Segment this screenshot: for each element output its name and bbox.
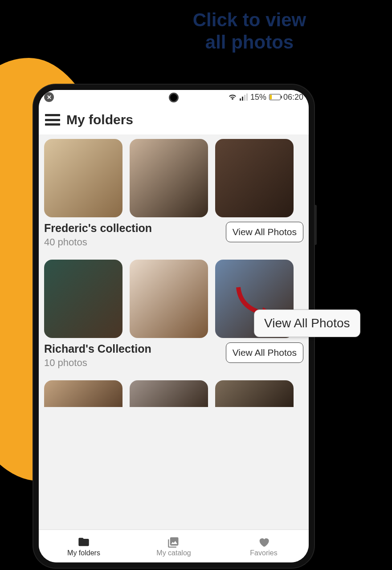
photo-thumbnail[interactable]: [44, 380, 122, 407]
heart-icon: [257, 536, 270, 548]
promo-heading: Click to view all photos: [0, 9, 392, 54]
photo-thumbnail[interactable]: [130, 139, 208, 217]
view-all-photos-button[interactable]: View All Photos: [226, 342, 303, 363]
phone-side-button: [314, 205, 317, 245]
status-app-icon: ✕: [44, 92, 54, 102]
wifi-icon: [228, 94, 237, 101]
battery-icon: [269, 94, 281, 100]
nav-label: My catalog: [156, 549, 191, 557]
folder-title: Frederic's collection: [44, 222, 152, 235]
callout-button[interactable]: View All Photos: [254, 309, 360, 337]
promo-line-1: Click to view: [193, 9, 306, 30]
promo-line-2: all photos: [205, 32, 294, 53]
view-all-photos-button[interactable]: View All Photos: [226, 222, 303, 242]
nav-my-catalog[interactable]: My catalog: [129, 530, 219, 562]
nav-my-folders[interactable]: My folders: [39, 530, 129, 562]
folder-photo-count: 10 photos: [44, 357, 151, 369]
photo-thumbnail[interactable]: [215, 139, 294, 217]
battery-percent: 15%: [250, 93, 266, 102]
folder-photo-count: 40 photos: [44, 236, 152, 248]
camera-notch: [169, 93, 179, 102]
photo-thumbnail[interactable]: [130, 380, 208, 407]
image-icon: [167, 536, 180, 548]
page-title: My folders: [66, 112, 133, 127]
folder-title: Richard's Collection: [44, 342, 151, 355]
nav-label: Favories: [250, 549, 277, 557]
bottom-nav: My folders My catalog Favories: [39, 529, 309, 562]
photo-thumbnail[interactable]: [215, 380, 294, 407]
photo-thumbnail[interactable]: [44, 260, 122, 338]
nav-label: My folders: [67, 549, 100, 557]
svg-rect-1: [242, 97, 243, 101]
svg-rect-3: [246, 94, 248, 101]
signal-icon: [240, 94, 248, 101]
folder-icon: [78, 536, 90, 548]
photo-thumbnail[interactable]: [44, 139, 122, 217]
hamburger-menu-icon[interactable]: [45, 114, 60, 126]
photo-thumbnail[interactable]: [130, 260, 208, 338]
svg-rect-2: [244, 95, 245, 101]
svg-rect-0: [240, 98, 241, 101]
folder-item: [44, 380, 303, 407]
folder-item: Frederic's collection 40 photos View All…: [44, 139, 303, 248]
status-time: 06:20: [283, 93, 303, 102]
status-bar: ✕ 15% 06:20: [39, 90, 309, 104]
nav-favorites[interactable]: Favories: [219, 530, 309, 562]
app-header: My folders: [39, 104, 309, 134]
